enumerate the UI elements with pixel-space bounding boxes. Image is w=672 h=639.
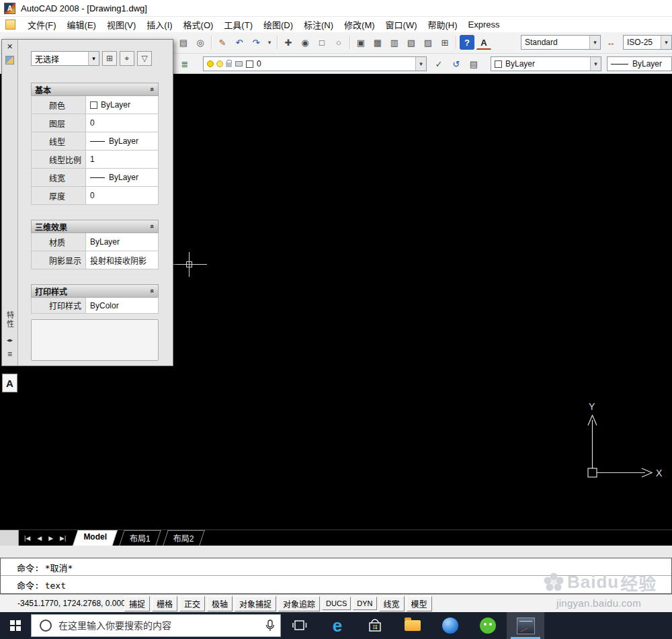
redo-icon[interactable]: ↷	[249, 35, 263, 50]
drawing-file-icon[interactable]	[5, 19, 15, 30]
properties-palette-icon[interactable]: ▣	[353, 35, 368, 50]
palette-title-bar[interactable]: ✕ 特性 ◂▸ ≡	[2, 40, 18, 366]
chevron-down-icon[interactable]: ▾	[590, 57, 601, 71]
layer-on-icon[interactable]	[207, 60, 214, 67]
text-tool-button[interactable]: A	[2, 374, 17, 392]
tab-nav-first-icon[interactable]: |◀	[24, 535, 30, 542]
make-object-layer-current-icon[interactable]: ✓	[431, 56, 446, 71]
match-properties-icon[interactable]: ✎	[215, 35, 230, 50]
menu-tools[interactable]: 工具(T)	[218, 16, 258, 33]
toggle-model[interactable]: 模型	[407, 596, 432, 611]
section-plot-style-header[interactable]: 打印样式 «	[31, 284, 159, 298]
toggle-otrack[interactable]: 对象追踪	[278, 596, 320, 611]
chevron-down-icon[interactable]: ▾	[661, 36, 671, 49]
chevron-down-icon[interactable]: ▾	[415, 57, 426, 71]
select-objects-icon[interactable]: ⌖	[120, 51, 134, 66]
layer-states-icon[interactable]: ▤	[466, 56, 481, 71]
wechat-button[interactable]	[469, 612, 507, 639]
pan-icon[interactable]: ✚	[281, 35, 296, 50]
toggle-ducs[interactable]: DUCS	[322, 597, 351, 610]
help-icon[interactable]: ?	[460, 35, 474, 50]
redo-dropdown-icon[interactable]: ▾	[265, 35, 274, 50]
sheetset-manager-icon[interactable]: ▧	[404, 35, 419, 50]
tab-model[interactable]: Model	[75, 530, 115, 546]
tab-nav-last-icon[interactable]: ▶|	[60, 535, 66, 542]
toggle-pickadd-icon[interactable]: ⊞	[102, 51, 117, 66]
toggle-lineweight[interactable]: 线宽	[379, 596, 405, 611]
menu-express[interactable]: Express	[463, 17, 505, 32]
toggle-ortho[interactable]: 正交	[179, 596, 205, 611]
text-style-combo[interactable]: Standard ▾	[521, 35, 601, 50]
menu-modify[interactable]: 修改(M)	[339, 16, 380, 33]
designcenter-icon[interactable]: ▦	[370, 35, 385, 50]
zoom-previous-icon[interactable]: ○	[331, 35, 346, 50]
plot-preview-icon[interactable]: ◎	[193, 35, 208, 50]
property-row-thickness: 厚度 0	[31, 187, 159, 205]
menu-window[interactable]: 窗口(W)	[380, 16, 423, 33]
browser-globe-icon	[442, 617, 458, 634]
coordinates-readout[interactable]: -3451.1770, 1724.2768, 0.0000	[0, 599, 124, 608]
quick-select-icon[interactable]: ▽	[137, 51, 152, 66]
store-button[interactable]	[356, 612, 394, 639]
start-button[interactable]	[0, 612, 31, 639]
toggle-polar[interactable]: 极轴	[207, 596, 233, 611]
zoom-window-icon[interactable]: □	[314, 35, 329, 50]
color-combo[interactable]: ByLayer ▾	[491, 56, 601, 71]
layer-combo[interactable]: 0 ▾	[203, 56, 427, 71]
autocad-app-icon	[517, 617, 535, 634]
edge-button[interactable]: e	[319, 612, 356, 639]
toggle-snap[interactable]: 捕捉	[124, 596, 150, 611]
layer-manager-icon[interactable]: ≣	[177, 56, 192, 71]
task-view-button[interactable]	[281, 612, 319, 639]
menu-bar: 文件(F) 编辑(E) 视图(V) 插入(I) 格式(O) 工具(T) 绘图(D…	[0, 17, 672, 32]
collapse-chevron-icon[interactable]: «	[149, 289, 157, 293]
tab-layout2[interactable]: 布局2	[165, 530, 202, 546]
tab-nav-prev-icon[interactable]: ◀	[37, 535, 42, 542]
section-3d-effects-header[interactable]: 三维效果 «	[31, 220, 159, 233]
undo-icon[interactable]: ↶	[232, 35, 247, 50]
tab-layout1[interactable]: 布局1	[122, 530, 159, 546]
layer-plot-icon[interactable]	[235, 61, 243, 67]
browser-button[interactable]	[431, 612, 469, 639]
microphone-icon[interactable]	[265, 619, 275, 632]
menu-insert[interactable]: 插入(I)	[141, 16, 177, 33]
taskbar-search[interactable]	[31, 614, 281, 637]
file-explorer-button[interactable]	[394, 612, 431, 639]
zoom-realtime-icon[interactable]: ◉	[298, 35, 312, 50]
autocad-taskbar-button[interactable]	[507, 612, 544, 639]
close-icon[interactable]: ✕	[7, 42, 13, 51]
dim-style-combo[interactable]: ISO-25 ▾	[623, 35, 672, 50]
menu-help[interactable]: 帮助(H)	[423, 16, 463, 33]
menu-dimension[interactable]: 标注(N)	[298, 16, 339, 33]
collapse-chevron-icon[interactable]: «	[149, 87, 157, 91]
autohide-icon[interactable]: ◂▸	[7, 337, 13, 343]
text-style-icon[interactable]: A	[476, 36, 491, 50]
linetype-combo[interactable]: ByLayer	[607, 56, 672, 71]
tab-nav-next-icon[interactable]: ▶	[48, 535, 53, 542]
layer-previous-icon[interactable]: ↺	[449, 56, 464, 71]
menu-draw[interactable]: 绘图(D)	[258, 16, 298, 33]
menu-edit[interactable]: 编辑(E)	[62, 16, 101, 33]
command-window[interactable]: 命令: *取消* 命令: text	[0, 558, 672, 594]
markup-manager-icon[interactable]: ▨	[421, 35, 435, 50]
chevron-down-icon[interactable]: ▾	[589, 36, 600, 49]
quickcalc-icon[interactable]: ⊞	[437, 35, 452, 50]
plot-icon[interactable]: ▤	[176, 35, 191, 50]
layer-thaw-icon[interactable]	[216, 60, 223, 67]
section-basic-header[interactable]: 基本 «	[31, 83, 159, 96]
collapse-chevron-icon[interactable]: «	[149, 224, 157, 228]
palette-menu-icon[interactable]: ≡	[7, 349, 12, 359]
toggle-dyn[interactable]: DYN	[353, 597, 376, 610]
dim-style-icon[interactable]: ↔	[603, 35, 618, 50]
menu-view[interactable]: 视图(V)	[101, 16, 141, 33]
menu-file[interactable]: 文件(F)	[22, 16, 62, 33]
linetype-value: ByLayer	[632, 59, 662, 69]
search-input[interactable]	[58, 620, 265, 631]
menu-format[interactable]: 格式(O)	[178, 16, 219, 33]
layer-lock-icon[interactable]	[226, 62, 232, 67]
toggle-grid[interactable]: 栅格	[152, 596, 177, 611]
selection-combo[interactable]: 无选择 ▾	[31, 51, 99, 66]
toggle-osnap[interactable]: 对象捕捉	[235, 596, 276, 611]
window-gap	[0, 546, 672, 558]
tool-palettes-icon[interactable]: ▥	[387, 35, 402, 50]
